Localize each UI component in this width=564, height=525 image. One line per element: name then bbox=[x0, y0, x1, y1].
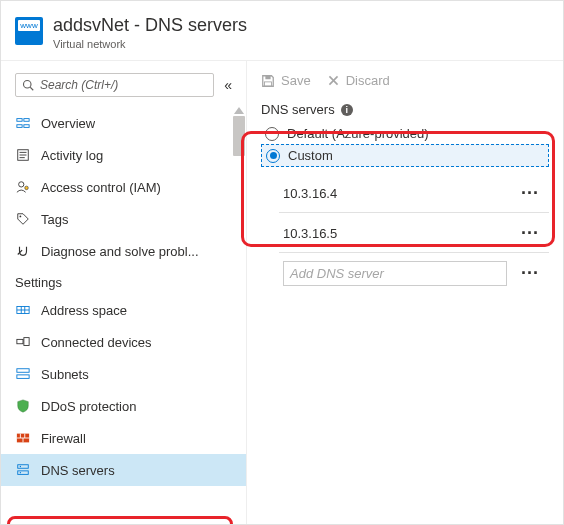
sidebar-item-firewall[interactable]: Firewall bbox=[1, 422, 246, 454]
highlight-annotation bbox=[7, 516, 233, 525]
svg-rect-28 bbox=[18, 471, 29, 475]
sidebar-item-label: Connected devices bbox=[41, 335, 152, 350]
svg-rect-5 bbox=[24, 125, 29, 128]
sidebar-item-label: Activity log bbox=[41, 148, 103, 163]
search-icon bbox=[22, 79, 34, 91]
sidebar-item-activity-log[interactable]: Activity log bbox=[1, 139, 246, 171]
dns-entry-row[interactable]: 10.3.16.5 ··· bbox=[279, 213, 549, 253]
resource-type-label: Virtual network bbox=[53, 38, 551, 50]
more-menu-icon[interactable]: ··· bbox=[517, 223, 543, 244]
columns: Search (Ctrl+/) « Overview Activity log … bbox=[1, 61, 563, 525]
discard-button[interactable]: Discard bbox=[327, 73, 390, 88]
sidebar-item-label: Address space bbox=[41, 303, 127, 318]
radio-icon bbox=[265, 127, 279, 141]
sidebar-item-ddos[interactable]: DDoS protection bbox=[1, 390, 246, 422]
add-dns-row: Add DNS server ··· bbox=[279, 253, 549, 294]
svg-point-10 bbox=[19, 182, 24, 187]
svg-rect-27 bbox=[18, 465, 29, 469]
firewall-icon bbox=[15, 430, 31, 446]
more-menu-icon[interactable]: ··· bbox=[517, 183, 543, 204]
subnets-icon bbox=[15, 366, 31, 382]
sidebar-item-label: Access control (IAM) bbox=[41, 180, 161, 195]
tags-icon bbox=[15, 211, 31, 227]
sidebar-item-tags[interactable]: Tags bbox=[1, 203, 246, 235]
main-panel: Save Discard DNS servers i Default (Azur… bbox=[247, 61, 563, 525]
radio-label: Default (Azure-provided) bbox=[287, 126, 429, 141]
svg-rect-19 bbox=[24, 338, 29, 346]
sidebar-item-label: Overview bbox=[41, 116, 95, 131]
svg-point-0 bbox=[24, 81, 32, 89]
radio-icon bbox=[266, 149, 280, 163]
discard-label: Discard bbox=[346, 73, 390, 88]
vnet-icon bbox=[15, 17, 43, 45]
save-button[interactable]: Save bbox=[261, 73, 311, 88]
radio-default[interactable]: Default (Azure-provided) bbox=[261, 123, 549, 144]
iam-icon bbox=[15, 179, 31, 195]
dns-address: 10.3.16.5 bbox=[283, 226, 337, 241]
svg-line-1 bbox=[30, 87, 33, 90]
diagnose-icon bbox=[15, 243, 31, 259]
sidebar-item-address-space[interactable]: Address space bbox=[1, 294, 246, 326]
svg-point-11 bbox=[25, 186, 29, 190]
scroll-up-icon bbox=[234, 107, 244, 114]
search-input[interactable]: Search (Ctrl+/) bbox=[15, 73, 214, 97]
more-menu-icon[interactable]: ··· bbox=[517, 263, 543, 284]
sidebar-item-label: DDoS protection bbox=[41, 399, 136, 414]
svg-point-12 bbox=[20, 216, 22, 218]
dns-icon bbox=[15, 462, 31, 478]
sidebar-item-label: Tags bbox=[41, 212, 68, 227]
discard-icon bbox=[327, 74, 340, 87]
svg-rect-2 bbox=[17, 119, 22, 122]
save-label: Save bbox=[281, 73, 311, 88]
scroll-thumb[interactable] bbox=[233, 116, 245, 156]
sidebar-item-connected-devices[interactable]: Connected devices bbox=[1, 326, 246, 358]
overview-icon bbox=[15, 115, 31, 131]
sidebar-item-label: Firewall bbox=[41, 431, 86, 446]
blade-header: addsvNet - DNS servers Virtual network bbox=[1, 1, 563, 61]
svg-rect-21 bbox=[17, 375, 29, 379]
activity-log-icon bbox=[15, 147, 31, 163]
svg-rect-4 bbox=[17, 125, 22, 128]
svg-point-30 bbox=[20, 472, 21, 473]
section-text: DNS servers bbox=[261, 102, 335, 117]
connected-devices-icon bbox=[15, 334, 31, 350]
svg-rect-3 bbox=[24, 119, 29, 122]
title-wrap: addsvNet - DNS servers Virtual network bbox=[53, 15, 551, 50]
scrollbar[interactable] bbox=[232, 107, 246, 156]
search-placeholder: Search (Ctrl+/) bbox=[40, 78, 118, 92]
ddos-icon bbox=[15, 398, 31, 414]
sidebar-item-label: Subnets bbox=[41, 367, 89, 382]
page-title: addsvNet - DNS servers bbox=[53, 15, 551, 36]
save-icon bbox=[261, 74, 275, 88]
sidebar-item-overview[interactable]: Overview bbox=[1, 107, 246, 139]
sidebar-item-dns-servers[interactable]: DNS servers bbox=[1, 454, 246, 486]
add-dns-input[interactable]: Add DNS server bbox=[283, 261, 507, 286]
svg-rect-18 bbox=[17, 339, 23, 343]
sidebar: Search (Ctrl+/) « Overview Activity log … bbox=[1, 61, 247, 525]
radio-label: Custom bbox=[288, 148, 333, 163]
sidebar-item-label: DNS servers bbox=[41, 463, 115, 478]
dns-servers-section-label: DNS servers i bbox=[261, 102, 549, 117]
dns-entry-row[interactable]: 10.3.16.4 ··· bbox=[279, 173, 549, 213]
dns-list: 10.3.16.4 ··· 10.3.16.5 ··· Add DNS serv… bbox=[279, 173, 549, 294]
svg-point-29 bbox=[20, 466, 21, 467]
sidebar-item-subnets[interactable]: Subnets bbox=[1, 358, 246, 390]
toolbar: Save Discard bbox=[261, 73, 549, 88]
sidebar-item-diagnose[interactable]: Diagnose and solve probl... bbox=[1, 235, 246, 267]
info-icon[interactable]: i bbox=[341, 104, 353, 116]
address-space-icon bbox=[15, 302, 31, 318]
sidebar-item-label: Diagnose and solve probl... bbox=[41, 244, 199, 259]
radio-custom[interactable]: Custom bbox=[261, 144, 549, 167]
search-wrap: Search (Ctrl+/) « bbox=[15, 73, 236, 97]
collapse-sidebar-button[interactable]: « bbox=[220, 73, 236, 97]
svg-rect-20 bbox=[17, 369, 29, 373]
dns-address: 10.3.16.4 bbox=[283, 186, 337, 201]
sidebar-item-access-control[interactable]: Access control (IAM) bbox=[1, 171, 246, 203]
svg-rect-32 bbox=[265, 75, 270, 79]
settings-group-label: Settings bbox=[1, 267, 246, 294]
